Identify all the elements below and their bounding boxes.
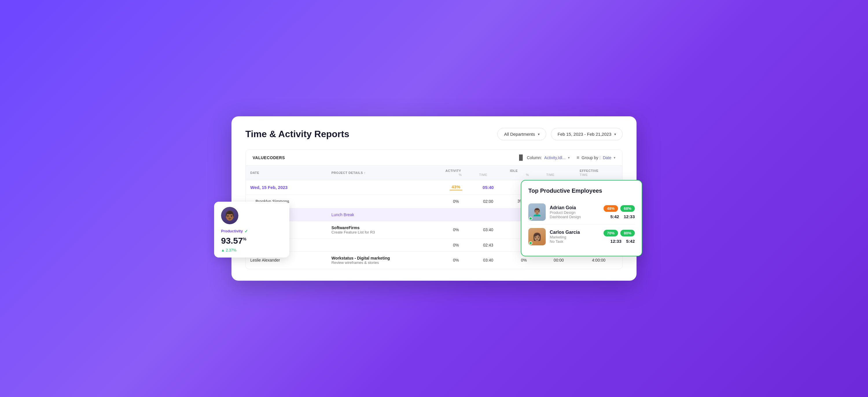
header: Time & Activity Reports All Departments … xyxy=(245,128,623,140)
th-activity-pct: % xyxy=(459,173,462,177)
company-label: VALUECODERS xyxy=(253,155,285,160)
employee-name: Adrian Goia xyxy=(550,205,599,210)
efficiency-badge: 80% xyxy=(620,230,635,236)
activity-time-cell: 03:40 xyxy=(471,251,505,269)
groupby-icon: ≡ xyxy=(577,155,579,160)
activity-pct-cell: 0% xyxy=(441,221,471,238)
activity-badge: 48% xyxy=(603,205,618,212)
activity-time-cell: 03:40 xyxy=(471,221,505,238)
th-idle-pct: % xyxy=(526,173,529,177)
toolbar-right: ▐▌ Column: Activity,Idl... ▾ ≡ Group by … xyxy=(517,154,615,161)
page-title: Time & Activity Reports xyxy=(245,129,349,140)
productivity-label: Productivity ✓ xyxy=(221,229,282,234)
th-idle-time: TIME xyxy=(546,173,554,177)
groupby-chevron-icon: ▾ xyxy=(614,156,615,160)
activity-badge: 70% xyxy=(603,230,618,236)
list-item: 👩🏽 Carlos Garcia Marketing No Task 70% 8… xyxy=(528,224,635,249)
th-idle-group: IDLE % TIME xyxy=(505,165,575,180)
departments-label: All Departments xyxy=(504,132,535,136)
activity-pct-cell: 0% xyxy=(441,195,471,208)
employee-stats: 48% 68% 5:42 12:33 xyxy=(603,205,635,219)
th-effective-group: EFFECTIVE TIME xyxy=(575,165,622,180)
th-effective-time: TIME xyxy=(580,173,618,177)
groupby-label: Group by : xyxy=(582,155,600,160)
avatar: 👨🏾 xyxy=(221,207,239,224)
productivity-unit: % xyxy=(243,237,246,241)
departments-dropdown[interactable]: All Departments ▾ xyxy=(497,128,546,140)
column-chevron-icon: ▾ xyxy=(568,156,570,160)
employee-stats: 70% 80% 12:33 5:42 xyxy=(603,230,635,244)
th-activity-time: TIME xyxy=(479,173,487,177)
employee-badges: 48% 68% xyxy=(603,205,635,212)
date-range-dropdown[interactable]: Feb 15, 2023 - Feb 21,2023 ▾ xyxy=(551,128,623,140)
column-control[interactable]: ▐▌ Column: Activity,Idl... ▾ xyxy=(517,154,569,161)
employee-task: Dashboard Design xyxy=(550,215,599,219)
departments-chevron-icon: ▾ xyxy=(538,132,539,136)
project-cell xyxy=(327,195,441,208)
avatar: 👩🏽 xyxy=(528,228,546,245)
groupby-control[interactable]: ≡ Group by : Date ▾ xyxy=(577,155,615,160)
top-employees-title: Top Productive Employees xyxy=(528,187,635,194)
activity-time-cell: 05:40 xyxy=(471,180,505,195)
header-controls: All Departments ▾ Feb 15, 2023 - Feb 21,… xyxy=(497,128,623,140)
date-range-label: Feb 15, 2023 - Feb 21,2023 xyxy=(558,132,611,136)
time2: 12:33 xyxy=(624,214,635,219)
employee-info: Adrian Goia Product Design Dashboard Des… xyxy=(550,205,599,219)
column-label: Column: xyxy=(527,155,542,160)
efficiency-badge: 68% xyxy=(620,205,635,212)
employee-name: Carlos Garcia xyxy=(550,230,599,235)
top-employees-card: Top Productive Employees 👨🏽‍🦱 Adrian Goi… xyxy=(521,180,642,256)
activity-pct-cell: 0% xyxy=(441,238,471,251)
productivity-change: 2.37% xyxy=(221,248,282,252)
trend-icon: ✓ xyxy=(245,229,248,234)
groupby-value: Date xyxy=(603,155,611,160)
employee-dept: Product Design xyxy=(550,210,599,215)
employee-info: Carlos Garcia Marketing No Task xyxy=(550,230,599,244)
avatar: 👨🏽‍🦱 xyxy=(528,204,546,221)
activity-time-cell: 02:00 xyxy=(471,195,505,208)
th-date: DATE xyxy=(246,165,327,180)
list-item: 👨🏽‍🦱 Adrian Goia Product Design Dashboar… xyxy=(528,200,635,224)
activity-pct-cell: 43% xyxy=(441,180,471,195)
main-card: Time & Activity Reports All Departments … xyxy=(231,116,637,281)
th-project-details: PROJECT DETAILS ↑ xyxy=(327,165,441,180)
activity-time-cell: 02:43 xyxy=(471,238,505,251)
employee-times: 5:42 12:33 xyxy=(611,214,635,219)
time1: 5:42 xyxy=(611,214,619,219)
project-cell xyxy=(327,238,441,251)
employee-task: No Task xyxy=(550,239,599,244)
th-activity-group: ACTIVITY % TIME xyxy=(441,165,505,180)
employee-badges: 70% 80% xyxy=(603,230,635,236)
activity-pct-cell: 0% xyxy=(441,251,471,269)
time1: 12:33 xyxy=(611,239,621,244)
productivity-widget: 👨🏾 Productivity ✓ 93.57% 2.37% xyxy=(214,202,289,257)
time2: 5:42 xyxy=(626,239,635,244)
table-toolbar: VALUECODERS ▐▌ Column: Activity,Idl... ▾… xyxy=(246,150,622,165)
project-cell: SoftwareFirms Create Feature List for R3 xyxy=(327,221,441,238)
date-cell: Wed, 15 Feb, 2023 xyxy=(246,180,327,195)
column-icon: ▐▌ xyxy=(517,154,525,161)
project-cell xyxy=(327,180,441,195)
column-value: Activity,Idl... xyxy=(544,155,566,160)
project-cell: Workstatus - Digital marketing Review wi… xyxy=(327,251,441,269)
date-range-chevron-icon: ▾ xyxy=(614,132,616,136)
employee-dept: Marketing xyxy=(550,235,599,239)
productivity-value: 93.57% xyxy=(221,236,282,246)
employee-times: 12:33 5:42 xyxy=(611,239,635,244)
